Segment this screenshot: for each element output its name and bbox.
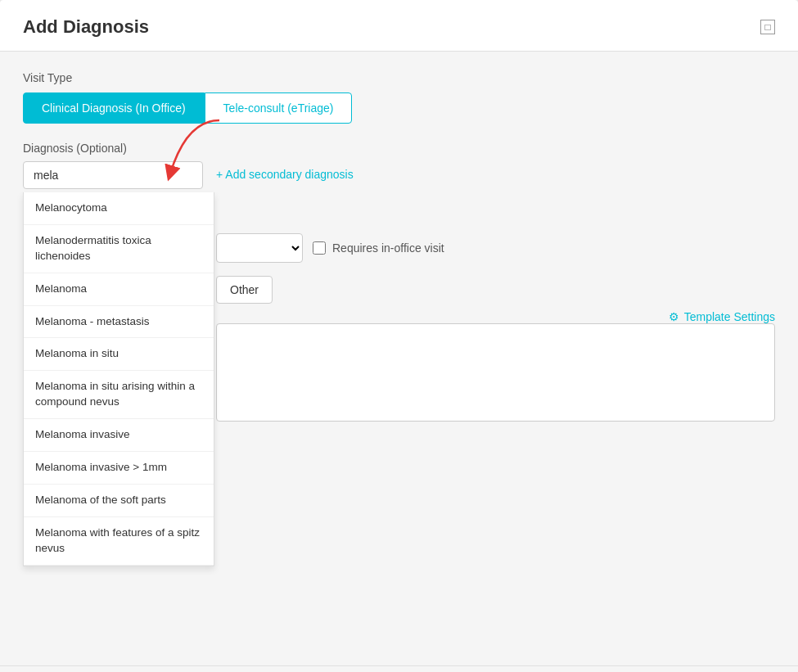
other-row: Other <box>216 276 775 304</box>
diagnosis-row: Melanocytoma Melanodermatitis toxica lic… <box>23 161 775 425</box>
list-item[interactable]: Melanocytoma <box>24 192 214 225</box>
visit-type-group: Clinical Diagnosis (In Office) Tele-cons… <box>23 92 775 124</box>
modal-header: Add Diagnosis □ <box>0 0 798 52</box>
visit-type-label: Visit Type <box>23 71 775 84</box>
notes-textarea[interactable] <box>216 323 775 422</box>
list-item[interactable]: Melanoma invasive <box>24 419 214 452</box>
modal-body: Visit Type Clinical Diagnosis (In Office… <box>0 52 798 665</box>
list-item[interactable]: Melanoma invasive > 1mm <box>24 452 214 485</box>
template-settings-row: ⚙ Template Settings <box>216 310 775 323</box>
list-item[interactable]: Melanoma in situ arising within a compou… <box>24 371 214 419</box>
template-settings-label: Template Settings <box>684 310 775 323</box>
gear-icon: ⚙ <box>669 310 679 323</box>
modal-title: Add Diagnosis <box>23 16 149 38</box>
diagnosis-input-wrap: Melanocytoma Melanodermatitis toxica lic… <box>23 161 203 189</box>
list-item[interactable]: Melanoma <box>24 273 214 306</box>
list-item[interactable]: Melanoma in situ <box>24 338 214 371</box>
clinical-diagnosis-button[interactable]: Clinical Diagnosis (In Office) <box>23 92 205 124</box>
template-settings-button[interactable]: ⚙ Template Settings <box>669 310 775 323</box>
right-content: + Add secondary diagnosis Mild Moderate … <box>216 161 775 425</box>
diagnosis-search-input[interactable] <box>23 161 203 189</box>
requires-visit-checkbox[interactable] <box>313 241 326 255</box>
list-item[interactable]: Melanoma - metastasis <box>24 306 214 339</box>
add-secondary-diagnosis-button[interactable]: + Add secondary diagnosis <box>216 161 354 187</box>
diagnosis-label: Diagnosis (Optional) <box>23 142 775 155</box>
diagnosis-dropdown: Melanocytoma Melanodermatitis toxica lic… <box>23 192 214 566</box>
requires-visit-label: Requires in-office visit <box>313 241 444 255</box>
severity-select[interactable]: Mild Moderate Severe <box>216 233 303 263</box>
add-diagnosis-modal: Add Diagnosis □ Visit Type Clinical Diag… <box>0 0 798 672</box>
teleconsult-button[interactable]: Tele-consult (eTriage) <box>205 92 353 124</box>
list-item[interactable]: Melanoma with features of a spitz nevus <box>24 517 214 566</box>
list-item[interactable]: Melanodermatitis toxica lichenoides <box>24 225 214 273</box>
close-button[interactable]: □ <box>760 20 775 34</box>
controls-row: Mild Moderate Severe Requires in-office … <box>216 233 775 263</box>
other-button[interactable]: Other <box>216 276 273 304</box>
list-item[interactable]: Melanoma of the soft parts <box>24 485 214 517</box>
modal-footer: Submit <box>0 665 798 672</box>
